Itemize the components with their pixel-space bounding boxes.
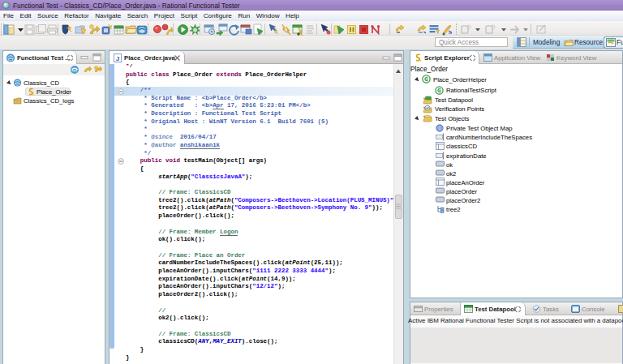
svg-text:J: J — [116, 54, 119, 62]
